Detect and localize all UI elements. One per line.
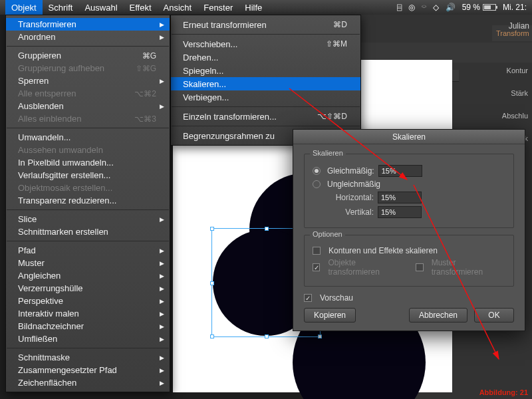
menu-item[interactable]: Zusammengesetzter Pfad [6,364,170,376]
strokes-checkbox[interactable] [313,247,321,255]
battery-indicator: 59 % [462,3,496,12]
menu-ansicht[interactable]: Ansicht [158,0,198,15]
submenu-item[interactable]: Erneut transformieren⌘D [171,18,360,31]
menu-item: Gruppierung aufheben⇧⌘G [6,62,170,74]
menu-fenster[interactable]: Fenster [198,0,239,15]
horizontal-label: Horizontal: [313,193,374,202]
bluetooth-icon: ⌔ [422,3,426,12]
menu-item[interactable]: Muster [6,257,170,269]
menu-hilfe[interactable]: Hilfe [239,0,268,15]
objects-label: Objekte transformieren [328,258,405,277]
sync-icon: ◎ [408,3,415,12]
menu-item: Aussehen umwandeln [6,144,170,156]
menu-item: Objektmosaik erstellen... [6,182,170,194]
system-menubar: Objekt Schrift Auswahl Effekt Ansicht Fe… [0,0,532,15]
patterns-label: Muster transformieren [432,258,505,277]
cancel-button[interactable]: Abbrechen [409,308,467,323]
menu-item[interactable]: Schnittmaske [6,351,170,364]
vertical-label: Vertikal: [313,207,374,217]
menu-item[interactable]: Pfad [6,244,170,257]
submenu-item[interactable]: Einzeln transformieren...⌥⇧⌘D [171,110,360,123]
menu-item[interactable]: Ausblenden [6,100,170,112]
menu-item[interactable]: Transformieren [6,18,170,31]
menu-effekt[interactable]: Effekt [124,0,158,15]
menu-item[interactable]: Verzerrungshülle [6,282,170,295]
user-name: Julian [509,21,529,31]
menu-item: Alle entsperren⌥⌘2 [6,87,170,100]
objekt-dropdown: TransformierenAnordnenGruppieren⌘GGruppi… [5,15,170,392]
objects-checkbox [313,263,320,271]
menu-item[interactable]: Sperren [6,74,170,87]
submenu-item[interactable]: Verschieben...⇧⌘M [171,37,360,51]
clock: Mi. 21: [503,3,527,12]
menu-item[interactable]: Perspektive [6,295,170,307]
menu-objekt[interactable]: Objekt [5,0,43,15]
menu-item[interactable]: Umwandeln... [6,131,170,144]
patterns-checkbox [416,263,423,271]
menu-item[interactable]: Zeichenflächen [6,376,170,389]
ok-button[interactable]: OK [474,308,514,323]
menu-item[interactable]: Bildnachzeichner [6,320,170,332]
menu-item[interactable]: Gruppieren⌘G [6,49,170,62]
submenu-item[interactable]: Verbiegen... [171,90,360,104]
dialog-title: Skalieren [293,130,525,144]
figure-caption: Abbildung: 21 [479,388,528,396]
scale-dialog: Skalieren Skalieren Gleichmäßig: Ungleic… [293,129,525,331]
menu-item[interactable]: Interaktiv malen [6,307,170,320]
transform-submenu: Erneut transformieren⌘DVerschieben...⇧⌘M… [170,15,361,146]
submenu-item[interactable]: Spiegeln... [171,64,360,77]
volume-icon: 🔊 [446,3,456,12]
submenu-item[interactable]: Skalieren... [171,77,360,90]
uniform-radio[interactable] [313,167,321,175]
menu-auswahl[interactable]: Auswahl [78,0,123,15]
copy-button[interactable]: Kopieren [304,308,356,323]
menu-item[interactable]: Anordnen [6,31,170,43]
preview-label: Vorschau [320,293,353,303]
wifi-icon: ◇ [433,3,439,12]
menu-item[interactable]: Slice [6,213,170,225]
preview-checkbox[interactable] [304,294,312,302]
options-group-label: Optionen [310,230,345,238]
scale-group-label: Skalieren [310,149,346,157]
nonuniform-radio[interactable] [313,180,321,188]
menu-item[interactable]: Umfließen [6,332,170,345]
menu-item[interactable]: Transparenz reduzieren... [6,194,170,207]
horizontal-input[interactable] [378,192,422,203]
menu-item[interactable]: Verlaufsgitter erstellen... [6,169,170,182]
uniform-input[interactable] [378,165,422,177]
dropbox-icon: ⌸ [397,3,402,12]
menu-item[interactable]: In Pixelbild umwandeln... [6,156,170,169]
strokes-label: Konturen und Effekte skalieren [329,246,438,255]
nonuniform-label: Ungleichmäßig [327,180,380,189]
menu-item[interactable]: Schnittmarken erstellen [6,225,170,238]
submenu-item[interactable]: Drehen... [171,51,360,64]
menu-item[interactable]: Angleichen [6,269,170,282]
menu-schrift[interactable]: Schrift [43,0,79,15]
menu-item: Alles einblenden⌥⌘3 [6,112,170,125]
uniform-label: Gleichmäßig: [327,166,374,176]
vertical-input[interactable] [378,206,422,218]
